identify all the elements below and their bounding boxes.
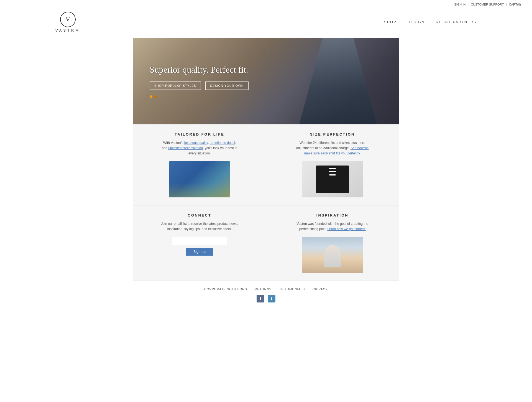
- top-bar: SIGN IN | CUSTOMER SUPPORT | CART(0): [0, 0, 532, 9]
- facebook-icon[interactable]: f: [257, 295, 264, 302]
- customer-support-link[interactable]: CUSTOMER SUPPORT: [471, 3, 504, 6]
- inspiration-title: INSPIRATION: [316, 213, 349, 217]
- email-input[interactable]: [172, 237, 227, 245]
- hero-title: Superior quality. Perfect fit.: [150, 65, 249, 75]
- dot-1[interactable]: [150, 95, 152, 98]
- hero-banner: Superior quality. Perfect fit. SHOP POPU…: [133, 38, 399, 124]
- footer-link-returns[interactable]: RETURNS: [255, 287, 272, 291]
- design-your-own-button[interactable]: DESIGN YOUR OWN: [205, 82, 249, 90]
- black-shirt-shape: [316, 166, 349, 193]
- tailored-title: TAILORED FOR LIFE: [175, 132, 224, 136]
- hero-buttons: SHOP POPULAR STYLES DESIGN YOUR OWN: [150, 82, 249, 90]
- beach-image: [302, 237, 363, 273]
- social-bar: f t: [0, 295, 532, 311]
- twitter-icon[interactable]: t: [268, 295, 275, 302]
- connect-title: CONNECT: [188, 213, 211, 217]
- tailored-link-custom[interactable]: unlimited customization: [168, 146, 203, 150]
- tailored-text: With Vastrm's luxurious quality, attenti…: [161, 140, 238, 156]
- inspiration-link[interactable]: Learn how we got started.: [327, 227, 365, 231]
- footer-link-corporate[interactable]: CORPORATE SOLUTIONS: [204, 287, 247, 291]
- inspiration-text: Vastrm was founded with the goal of crea…: [294, 221, 371, 232]
- tailored-link-detail[interactable]: attention to detail: [210, 141, 235, 145]
- shop-popular-styles-button[interactable]: SHOP POPULAR STYLES: [150, 82, 201, 90]
- size-image: [302, 161, 363, 197]
- blue-polo-image: [169, 161, 230, 197]
- dot-2[interactable]: [154, 95, 157, 98]
- footer-link-privacy[interactable]: PRIVACY: [313, 287, 328, 291]
- size-text: We offer 24 different fits and sizes plu…: [294, 140, 371, 156]
- hero-content: Superior quality. Perfect fit. SHOP POPU…: [133, 65, 249, 98]
- tailored-text-prefix: With Vastrm's: [163, 141, 184, 145]
- tailored-link-quality[interactable]: luxurious quality: [184, 141, 208, 145]
- nav-design[interactable]: DESIGN: [408, 20, 425, 24]
- hero-pagination: [150, 95, 249, 98]
- signup-button[interactable]: Sign up: [186, 248, 213, 256]
- footer-links: CORPORATE SOLUTIONS RETURNS TESTIMONIALS…: [133, 287, 399, 291]
- connect-text: Join our email list to receive the lates…: [161, 221, 238, 232]
- footer-link-testimonials[interactable]: TESTIMONIALS: [279, 287, 305, 291]
- sep1: |: [468, 3, 469, 6]
- logo[interactable]: V VASTRM: [55, 12, 80, 32]
- inspiration-image: [302, 237, 363, 273]
- tailored-cell: TAILORED FOR LIFE With Vastrm's luxuriou…: [133, 124, 266, 205]
- sep2: |: [506, 3, 507, 6]
- signin-link[interactable]: SIGN IN: [454, 3, 466, 6]
- size-cell: SIZE PERFECTION We offer 24 different fi…: [266, 124, 399, 205]
- logo-text: VASTRM: [55, 28, 80, 32]
- content-grid: TAILORED FOR LIFE With Vastrm's luxuriou…: [133, 124, 399, 281]
- connect-cell: CONNECT Join our email list to receive t…: [133, 205, 266, 281]
- cart-link[interactable]: CART(0): [509, 3, 521, 6]
- logo-icon: V: [60, 12, 76, 27]
- tailored-comma1: ,: [208, 141, 210, 145]
- nav-shop[interactable]: SHOP: [384, 20, 397, 24]
- nav-retail-partners[interactable]: RETAIL PARTNERS: [436, 20, 477, 24]
- black-polo-image: [302, 161, 363, 197]
- header: V VASTRM SHOP DESIGN RETAIL PARTNERS: [0, 9, 532, 38]
- tailored-image: [169, 161, 230, 197]
- inspiration-cell: INSPIRATION Vastrm was founded with the …: [266, 205, 399, 281]
- size-title: SIZE PERFECTION: [310, 132, 355, 136]
- main-nav: SHOP DESIGN RETAIL PARTNERS: [384, 20, 477, 24]
